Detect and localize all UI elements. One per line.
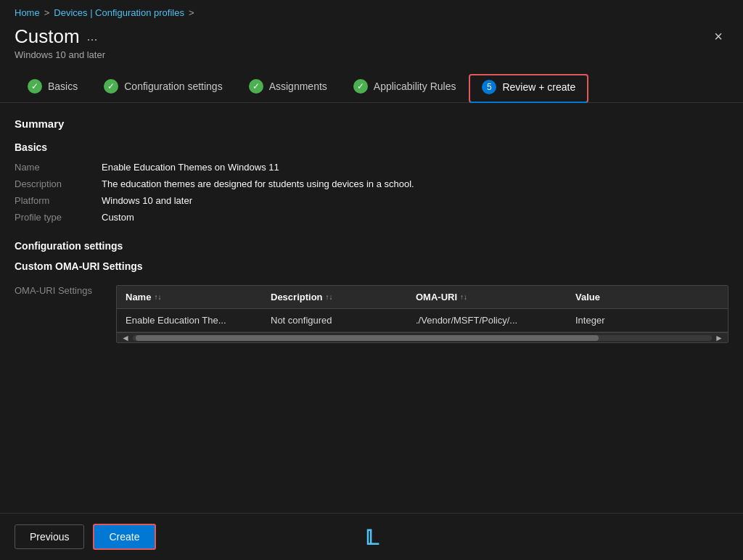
logo-icon: 𝕃 <box>365 527 378 549</box>
table-row: Enable Education The... Not configured .… <box>117 309 728 332</box>
scroll-right-arrow[interactable]: ► <box>712 333 726 343</box>
oma-uri-sort-icon[interactable]: ↑↓ <box>460 293 467 301</box>
page-header: Custom ... Windows 10 and later × <box>0 22 743 67</box>
footer: Previous Create 𝕃 <box>0 513 743 560</box>
profile-type-value: Custom <box>102 212 134 223</box>
breadcrumb-devices[interactable]: Devices | Configuration profiles <box>54 7 184 18</box>
description-row: Description The education themes are des… <box>15 178 728 189</box>
name-label: Name <box>15 162 102 173</box>
close-button[interactable]: × <box>708 25 728 48</box>
scroll-left-arrow[interactable]: ◄ <box>118 333 133 343</box>
description-label: Description <box>15 178 102 189</box>
cell-name: Enable Education The... <box>117 309 262 332</box>
scrollbar-thumb[interactable] <box>136 335 599 341</box>
summary-title: Summary <box>15 118 728 130</box>
oma-uri-settings-title: Custom OMA-URI Settings <box>15 260 143 272</box>
scrollbar-track[interactable] <box>133 335 712 341</box>
page-title: Custom ... <box>15 25 105 48</box>
profile-type-label: Profile type <box>15 212 102 223</box>
basics-section-title: Basics <box>15 141 728 153</box>
col-value: Value <box>567 286 639 308</box>
basics-check-icon: ✓ <box>28 79 42 94</box>
assignments-check-icon: ✓ <box>249 79 263 94</box>
breadcrumb: Home > Devices | Configuration profiles … <box>0 0 743 22</box>
tab-basics[interactable]: ✓ Basics <box>15 73 91 102</box>
config-settings-title: Configuration settings <box>15 240 728 252</box>
table-header: Name ↑↓ Description ↑↓ OMA-URI ↑↓ Valu <box>117 286 728 309</box>
wizard-tabs: ✓ Basics ✓ Configuration settings ✓ Assi… <box>0 67 743 103</box>
more-options-button[interactable]: ... <box>87 29 98 44</box>
col-description: Description ↑↓ <box>262 286 407 308</box>
oma-uri-subtitle: OMA-URI Settings <box>15 285 102 296</box>
tab-configuration-settings[interactable]: ✓ Configuration settings <box>91 73 235 102</box>
platform-label: Platform <box>15 195 102 206</box>
applicability-check-icon: ✓ <box>353 79 368 94</box>
cell-description: Not configured <box>262 309 407 332</box>
config-check-icon: ✓ <box>104 79 118 94</box>
tab-config-label: Configuration settings <box>124 81 222 92</box>
breadcrumb-sep2: > <box>189 7 194 18</box>
col-oma-uri: OMA-URI ↑↓ <box>407 286 567 308</box>
config-settings-section: Configuration settings Custom OMA-URI Se… <box>15 240 728 343</box>
tab-assignments-label: Assignments <box>269 81 327 92</box>
name-row: Name Enable Education Themes on Windows … <box>15 162 728 173</box>
platform-value: Windows 10 and later <box>102 195 192 206</box>
profile-type-row: Profile type Custom <box>15 212 728 223</box>
breadcrumb-home[interactable]: Home <box>15 7 40 18</box>
cell-oma-uri: ./Vendor/MSFT/Policy/... <box>407 309 567 332</box>
tab-review-create[interactable]: 5 Review + create <box>469 74 588 103</box>
page-subtitle: Windows 10 and later <box>15 49 105 60</box>
logo: 𝕃 <box>365 526 378 550</box>
tab-basics-label: Basics <box>48 81 78 92</box>
oma-table: Name ↑↓ Description ↑↓ OMA-URI ↑↓ Valu <box>116 285 728 343</box>
oma-table-container: Name ↑↓ Description ↑↓ OMA-URI ↑↓ Valu <box>116 285 728 343</box>
tab-applicability-rules[interactable]: ✓ Applicability Rules <box>340 73 469 102</box>
main-content: Summary Basics Name Enable Education The… <box>0 118 743 532</box>
name-sort-icon[interactable]: ↑↓ <box>154 293 161 301</box>
tab-applicability-label: Applicability Rules <box>374 81 456 92</box>
name-value: Enable Education Themes on Windows 11 <box>102 162 279 173</box>
header-left: Custom ... Windows 10 and later <box>15 25 105 60</box>
breadcrumb-sep1: > <box>44 7 50 18</box>
cell-value: Integer <box>567 309 639 332</box>
description-value: The education themes are designed for st… <box>102 178 414 189</box>
oma-uri-header: Custom OMA-URI Settings <box>15 260 728 276</box>
oma-table-section: OMA-URI Settings Name ↑↓ Description ↑↓ <box>15 285 728 343</box>
col-name: Name ↑↓ <box>117 286 262 308</box>
tab-review-label: Review + create <box>502 81 575 93</box>
review-step-icon: 5 <box>482 80 496 94</box>
horizontal-scrollbar[interactable]: ◄ ► <box>117 332 728 342</box>
platform-row: Platform Windows 10 and later <box>15 195 728 206</box>
description-sort-icon[interactable]: ↑↓ <box>326 293 333 301</box>
previous-button[interactable]: Previous <box>15 524 84 549</box>
create-button[interactable]: Create <box>93 524 155 550</box>
tab-assignments[interactable]: ✓ Assignments <box>236 73 340 102</box>
